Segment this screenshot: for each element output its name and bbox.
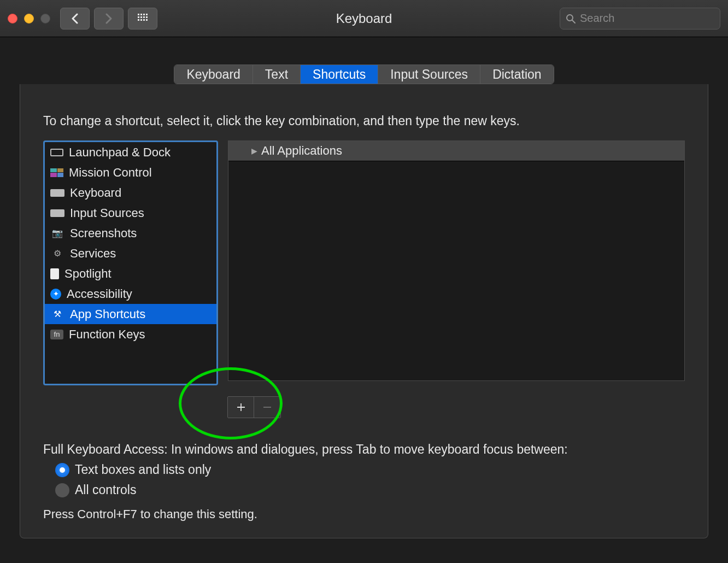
pref-panel: KeyboardTextShortcutsInput SourcesDictat… (0, 37, 728, 538)
category-label: Function Keys (69, 327, 145, 342)
forward-button[interactable] (94, 8, 124, 30)
radio-all-controls[interactable]: All controls (55, 483, 685, 497)
tab-input-sources[interactable]: Input Sources (378, 65, 480, 84)
minimize-window-button[interactable] (24, 14, 34, 24)
chevron-left-icon (71, 13, 79, 24)
category-mission-control[interactable]: Mission Control (45, 162, 216, 183)
category-label: Keyboard (70, 186, 121, 200)
category-services[interactable]: ⚙Services (45, 243, 216, 263)
traffic-lights (8, 14, 50, 24)
svg-line-1 (572, 20, 575, 23)
category-label: Services (70, 247, 116, 261)
zoom-window-button[interactable] (40, 14, 50, 24)
gear-icon: ⚙ (50, 249, 64, 259)
disclosure-triangle-icon[interactable]: ▶ (251, 146, 257, 155)
radio-label: Text boxes and lists only (75, 462, 211, 477)
category-screenshots[interactable]: 📷Screenshots (45, 223, 216, 243)
keyboard-icon (50, 209, 64, 217)
window-title: Keyboard (336, 11, 392, 26)
grid-icon (138, 14, 148, 24)
close-window-button[interactable] (8, 14, 17, 24)
category-input-sources[interactable]: Input Sources (45, 203, 216, 223)
accessibility-icon: ✦ (50, 289, 61, 300)
search-field-wrap[interactable] (560, 8, 720, 30)
camera-icon: 📷 (50, 228, 64, 238)
add-remove-buttons (227, 396, 281, 418)
radio-label: All controls (75, 483, 136, 497)
radio-text-boxes[interactable]: Text boxes and lists only (55, 462, 685, 477)
launchpad-icon (50, 149, 63, 156)
category-label: Launchpad & Dock (69, 145, 171, 160)
shortcut-group-label: All Applications (261, 144, 342, 158)
keyboard-hint: Press Control+F7 to change this setting. (43, 507, 685, 521)
nav-buttons (60, 8, 157, 30)
category-label: Spotlight (64, 267, 111, 281)
category-accessibility[interactable]: ✦Accessibility (45, 284, 216, 304)
instruction-text: To change a shortcut, select it, click t… (43, 114, 685, 128)
tab-keyboard[interactable]: Keyboard (174, 65, 253, 84)
search-input[interactable] (580, 12, 718, 25)
shortcuts-content: To change a shortcut, select it, click t… (20, 84, 708, 538)
chevron-right-icon (105, 13, 113, 24)
app-icon: ⚒ (50, 309, 64, 319)
back-button[interactable] (60, 8, 90, 30)
category-spotlight[interactable]: Spotlight (45, 263, 216, 284)
tab-text[interactable]: Text (253, 65, 301, 84)
category-label: App Shortcuts (70, 307, 145, 321)
plus-icon (236, 402, 246, 412)
shortcut-pane[interactable]: ▶ All Applications (228, 140, 685, 381)
category-function-keys[interactable]: fnFunction Keys (45, 324, 216, 344)
spotlight-icon (50, 268, 59, 279)
remove-button[interactable] (254, 397, 280, 418)
minus-icon (262, 402, 272, 412)
category-label: Mission Control (69, 166, 152, 180)
tab-dictation[interactable]: Dictation (480, 65, 553, 84)
category-label: Accessibility (67, 287, 132, 301)
category-app-shortcuts[interactable]: ⚒App Shortcuts (45, 304, 216, 324)
category-label: Screenshots (70, 226, 137, 241)
category-list[interactable]: Launchpad & DockMission ControlKeyboardI… (43, 140, 218, 385)
tab-shortcuts[interactable]: Shortcuts (301, 65, 378, 84)
category-label: Input Sources (70, 206, 144, 220)
category-launchpad-dock[interactable]: Launchpad & Dock (45, 142, 216, 162)
search-icon (566, 14, 576, 24)
shortcut-group-row[interactable]: ▶ All Applications (228, 141, 684, 161)
tab-strip: KeyboardTextShortcutsInput SourcesDictat… (20, 64, 708, 84)
mission-control-icon (50, 168, 63, 177)
full-keyboard-heading: Full Keyboard Access: In windows and dia… (43, 442, 685, 457)
radio-icon (55, 463, 69, 477)
show-all-button[interactable] (128, 8, 157, 30)
fn-icon: fn (50, 330, 63, 339)
radio-icon (55, 483, 69, 497)
category-keyboard[interactable]: Keyboard (45, 183, 216, 203)
keyboard-icon (50, 189, 64, 197)
titlebar: Keyboard (0, 0, 728, 37)
add-button[interactable] (228, 397, 254, 418)
